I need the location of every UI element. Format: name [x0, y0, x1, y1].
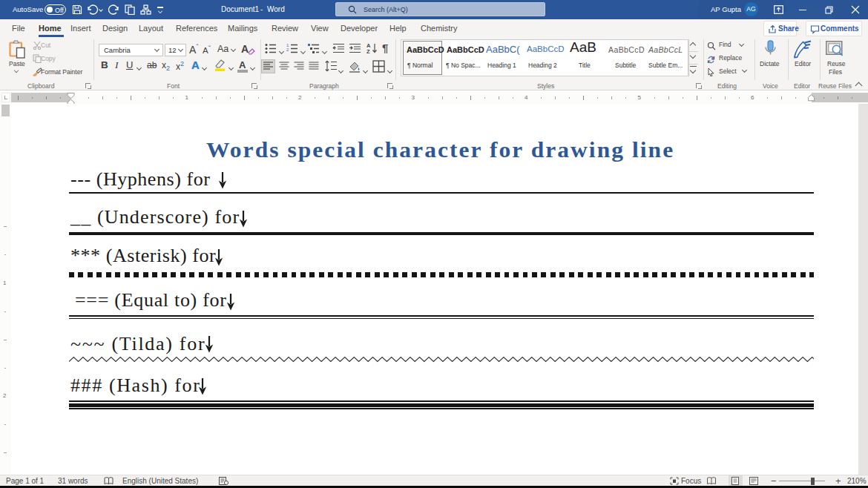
- svg-text:Z: Z: [366, 48, 370, 54]
- svg-text:2: 2: [286, 47, 289, 52]
